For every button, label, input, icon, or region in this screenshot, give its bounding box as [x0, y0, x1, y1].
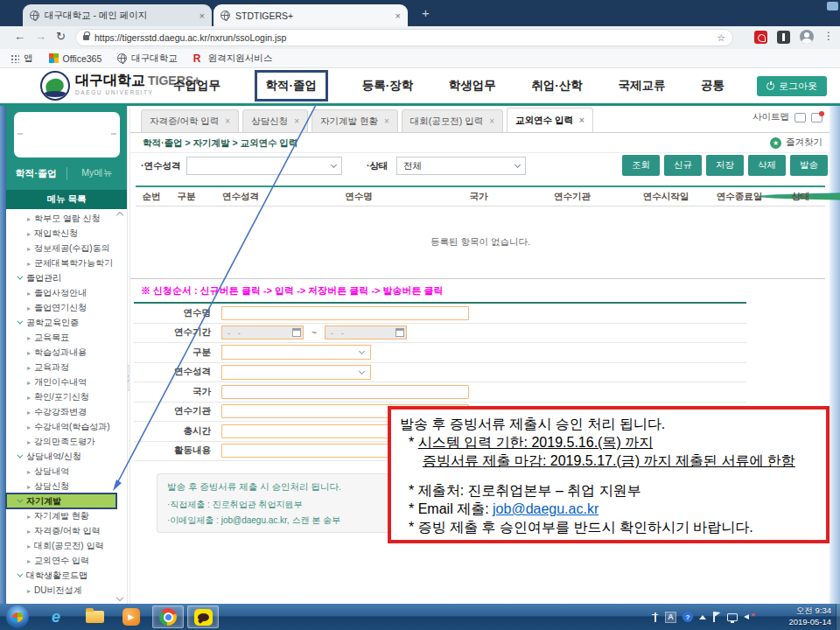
sidebar-tab-mymenu[interactable]: My메뉴	[67, 167, 128, 179]
show-desktop-button[interactable]	[836, 604, 840, 630]
tray-expand-icon[interactable]	[699, 615, 706, 620]
training-character-filter-select[interactable]	[186, 157, 342, 175]
sidebar-item[interactable]: 강의만족도평가	[6, 434, 127, 449]
nav-courses[interactable]: 수업업무	[172, 73, 222, 99]
favorites-button[interactable]: ★ 즐겨찾기	[770, 136, 822, 149]
new-tab-button[interactable]: +	[418, 6, 433, 21]
sidebar-item[interactable]: 학습성과내용	[6, 345, 127, 360]
reload-icon[interactable]: ↻	[56, 30, 66, 43]
sidebar-item[interactable]: 학부모 열람 신청	[6, 211, 127, 226]
address-bar[interactable]: https://tigersstd.daegu.ac.kr/nxrun/ssoL…	[75, 29, 733, 46]
volume-muted-icon[interactable]	[744, 612, 754, 622]
workspace-tab[interactable]: 대회(공모전) 입력×	[402, 109, 503, 132]
close-all-windows-icon[interactable]	[811, 113, 822, 122]
status-filter-select[interactable]: 전체	[396, 157, 526, 175]
sidebar-item[interactable]: 수강내역(학습성과)	[6, 419, 127, 434]
workspace-tab[interactable]: 자격증/어학 입력×	[141, 109, 239, 132]
sidebar-group[interactable]: 상담내역/신청	[6, 449, 127, 464]
taskbar-ie-icon[interactable]: e	[42, 606, 70, 628]
calendar-icon[interactable]	[396, 328, 404, 337]
workspace-tab[interactable]: 상담신청×	[242, 109, 308, 132]
sidebar-item[interactable]: 자격증/어학 입력	[6, 523, 127, 538]
nav-employment-industry[interactable]: 취업·산학	[529, 73, 584, 99]
new-button[interactable]: 신규	[664, 155, 702, 176]
sidebar-group[interactable]: 졸업관리	[6, 270, 127, 285]
sidebar-item[interactable]: 정보제공(수집)동의	[6, 241, 127, 256]
bookmark-remote-support[interactable]: R 원격지원서비스	[193, 52, 273, 65]
workspace-tab[interactable]: 자기계발 현황×	[312, 109, 398, 132]
taskbar-explorer-icon[interactable]	[80, 606, 108, 628]
email-link[interactable]: job@daegu.ac.kr	[493, 501, 598, 516]
country-input[interactable]	[221, 385, 469, 399]
nav-registration-scholarship[interactable]: 등록·장학	[360, 73, 416, 99]
taskbar-kakaotalk-button[interactable]	[187, 606, 219, 628]
sidebar-item[interactable]: 재입학신청	[6, 226, 127, 241]
profile-avatar-icon[interactable]	[800, 30, 814, 44]
training-name-input[interactable]	[221, 306, 469, 320]
nav-academic-graduation[interactable]: 학적·졸업	[255, 70, 329, 102]
start-date-input[interactable]: - -	[221, 326, 304, 340]
sidebar-item[interactable]: 졸업사정안내	[6, 285, 127, 300]
close-icon[interactable]: ×	[579, 116, 584, 125]
window-controls[interactable]	[827, 2, 838, 10]
calendar-icon[interactable]	[292, 328, 301, 337]
close-tab-icon[interactable]: ×	[200, 10, 205, 21]
apps-bookmark[interactable]: 앱	[10, 52, 33, 65]
sidebar-item[interactable]: 수강강좌변경	[6, 404, 127, 419]
sidebar-item[interactable]: 군제대복학가능학기	[6, 256, 127, 270]
sidebar-item[interactable]: DU비전설계	[6, 583, 127, 598]
scrollbar[interactable]	[830, 106, 840, 604]
search-button[interactable]: 조회	[622, 155, 660, 176]
sidebar-tab-academic[interactable]: 학적·졸업	[6, 167, 67, 180]
browser-tab[interactable]: 대구대학교 - 메인 페이지 ×	[23, 4, 212, 26]
division-select[interactable]	[221, 345, 371, 360]
extension-icon[interactable]	[777, 31, 790, 44]
action-center-flag-icon[interactable]	[712, 612, 721, 622]
browser-menu-icon[interactable]: ⋮	[823, 30, 834, 42]
sidebar-item[interactable]: 졸업연기신청	[6, 300, 127, 315]
sidebar-group[interactable]: 공학교육인증	[6, 315, 127, 330]
start-button[interactable]	[6, 606, 29, 628]
close-icon[interactable]: ×	[489, 116, 494, 126]
taskbar-clock[interactable]: 오전 9:34 2019-05-14	[788, 606, 831, 628]
sidebar-item[interactable]: 자기계발 현황	[6, 508, 127, 523]
sidebar-item[interactable]: 상담내역	[6, 464, 127, 479]
taskbar-media-player-icon[interactable]: ▶	[117, 606, 145, 628]
nav-common[interactable]: 공통	[699, 73, 726, 99]
delete-button[interactable]: 삭제	[748, 155, 786, 176]
close-icon[interactable]: ×	[225, 116, 230, 126]
open-window-icon[interactable]	[794, 113, 806, 122]
end-date-input[interactable]: - -	[325, 326, 407, 340]
sitemap-label[interactable]: 사이트맵	[752, 111, 789, 123]
sidebar-item[interactable]: 개인이수내역	[6, 374, 127, 389]
help-icon[interactable]: ?	[682, 612, 693, 622]
send-button[interactable]: 발송	[790, 155, 828, 176]
sidebar-item[interactable]: 교육과정	[6, 360, 127, 374]
sidebar-item[interactable]: 교육목표	[6, 330, 127, 345]
sidebar-item[interactable]: 확인/포기신청	[6, 389, 127, 404]
close-tab-icon[interactable]: ×	[396, 10, 401, 21]
nav-student-affairs[interactable]: 학생업무	[447, 73, 498, 99]
bookmark-star-icon[interactable]: ☆	[717, 32, 725, 44]
save-button[interactable]: 저장	[706, 155, 744, 176]
sidebar-item[interactable]: 상담신청	[6, 479, 127, 494]
logout-button[interactable]: 로그아웃	[757, 76, 827, 96]
sidebar-item-self-development[interactable]: 자기계발	[6, 494, 116, 508]
sidebar-item[interactable]: 대회(공모전) 입력	[6, 538, 127, 553]
ime-mode-icon[interactable]: A	[665, 612, 676, 623]
sidebar-group[interactable]: 대학생활로드맵	[6, 568, 127, 583]
browser-tab-active[interactable]: STDTIGERS+ ×	[214, 4, 408, 26]
adobe-extension-icon[interactable]	[754, 31, 767, 44]
training-character-select[interactable]	[221, 365, 371, 380]
bookmark-daegu-univ[interactable]: 대구대학교	[117, 52, 178, 65]
bookmark-office365[interactable]: Office365	[49, 53, 102, 64]
university-logo-icon[interactable]	[40, 71, 70, 101]
back-icon[interactable]: ←	[14, 30, 25, 43]
close-icon[interactable]: ×	[294, 116, 299, 126]
nav-international[interactable]: 국제교류	[616, 73, 667, 99]
language-bar-icon[interactable]	[651, 612, 659, 622]
taskbar-chrome-button[interactable]	[152, 606, 184, 628]
url-text[interactable]: https://tigersstd.daegu.ac.kr/nxrun/ssoL…	[94, 32, 711, 43]
sidebar-item[interactable]: 교외연수 입력	[6, 553, 127, 568]
tab-external-training[interactable]: 교외연수 입력×	[507, 108, 593, 132]
